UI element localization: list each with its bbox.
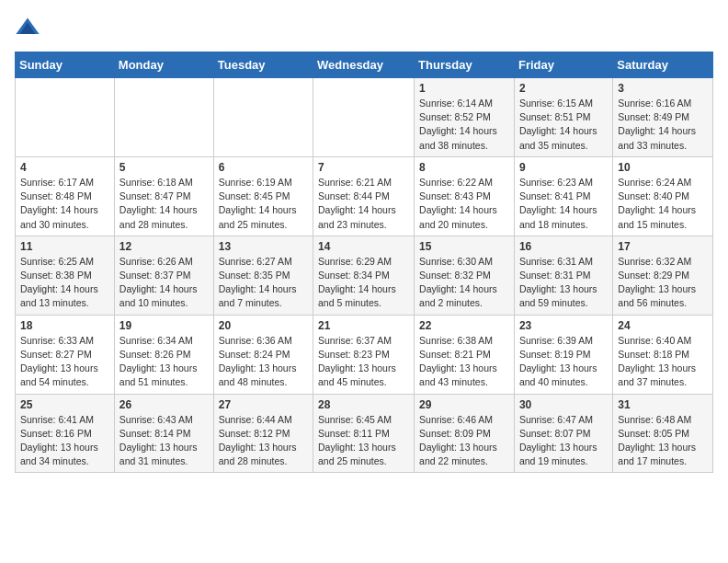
day-info: Sunrise: 6:19 AM Sunset: 8:45 PM Dayligh…	[219, 176, 308, 232]
calendar-day-cell	[114, 78, 213, 157]
day-info: Sunrise: 6:22 AM Sunset: 8:43 PM Dayligh…	[419, 176, 509, 232]
day-of-week-header: Thursday	[415, 52, 515, 78]
day-number: 20	[219, 319, 308, 332]
day-number: 10	[618, 161, 708, 174]
day-of-week-header: Sunday	[16, 52, 115, 78]
day-info: Sunrise: 6:18 AM Sunset: 8:47 PM Dayligh…	[119, 176, 209, 232]
day-info: Sunrise: 6:40 AM Sunset: 8:18 PM Dayligh…	[618, 334, 708, 390]
day-info: Sunrise: 6:16 AM Sunset: 8:49 PM Dayligh…	[618, 97, 708, 153]
day-info: Sunrise: 6:26 AM Sunset: 8:37 PM Dayligh…	[119, 255, 209, 311]
day-number: 11	[20, 240, 109, 253]
calendar-week-row: 1Sunrise: 6:14 AM Sunset: 8:52 PM Daylig…	[16, 78, 713, 157]
calendar-day-cell: 17Sunrise: 6:32 AM Sunset: 8:29 PM Dayli…	[613, 236, 713, 315]
calendar-day-cell: 24Sunrise: 6:40 AM Sunset: 8:18 PM Dayli…	[613, 315, 713, 394]
day-info: Sunrise: 6:48 AM Sunset: 8:05 PM Dayligh…	[618, 413, 708, 469]
calendar-day-cell: 28Sunrise: 6:45 AM Sunset: 8:11 PM Dayli…	[313, 394, 415, 473]
day-number: 8	[419, 161, 509, 174]
calendar-day-cell: 19Sunrise: 6:34 AM Sunset: 8:26 PM Dayli…	[114, 315, 213, 394]
calendar-week-row: 18Sunrise: 6:33 AM Sunset: 8:27 PM Dayli…	[16, 315, 713, 394]
day-info: Sunrise: 6:34 AM Sunset: 8:26 PM Dayligh…	[119, 334, 209, 390]
day-number: 13	[219, 240, 308, 253]
day-of-week-header: Friday	[514, 52, 612, 78]
calendar-day-cell: 26Sunrise: 6:43 AM Sunset: 8:14 PM Dayli…	[114, 394, 213, 473]
calendar-day-cell: 15Sunrise: 6:30 AM Sunset: 8:32 PM Dayli…	[415, 236, 515, 315]
day-number: 22	[419, 319, 509, 332]
day-info: Sunrise: 6:24 AM Sunset: 8:40 PM Dayligh…	[618, 176, 708, 232]
day-of-week-header: Monday	[114, 52, 213, 78]
day-number: 6	[219, 161, 308, 174]
day-number: 14	[318, 240, 409, 253]
day-info: Sunrise: 6:36 AM Sunset: 8:24 PM Dayligh…	[219, 334, 308, 390]
calendar-table: SundayMondayTuesdayWednesdayThursdayFrid…	[15, 52, 713, 473]
calendar-day-cell: 7Sunrise: 6:21 AM Sunset: 8:44 PM Daylig…	[313, 156, 415, 236]
page-header	[15, 15, 713, 40]
calendar-week-row: 25Sunrise: 6:41 AM Sunset: 8:16 PM Dayli…	[16, 394, 713, 473]
day-number: 18	[20, 319, 109, 332]
day-number: 24	[618, 319, 708, 332]
day-number: 25	[20, 398, 109, 411]
day-number: 17	[618, 240, 708, 253]
day-number: 9	[519, 161, 608, 174]
day-info: Sunrise: 6:15 AM Sunset: 8:51 PM Dayligh…	[519, 97, 608, 153]
calendar-day-cell: 30Sunrise: 6:47 AM Sunset: 8:07 PM Dayli…	[514, 394, 612, 473]
day-number: 1	[419, 82, 509, 95]
day-info: Sunrise: 6:44 AM Sunset: 8:12 PM Dayligh…	[219, 413, 308, 469]
calendar-day-cell: 6Sunrise: 6:19 AM Sunset: 8:45 PM Daylig…	[213, 156, 313, 236]
day-info: Sunrise: 6:33 AM Sunset: 8:27 PM Dayligh…	[20, 334, 109, 390]
day-number: 16	[519, 240, 608, 253]
day-info: Sunrise: 6:30 AM Sunset: 8:32 PM Dayligh…	[419, 255, 509, 311]
logo	[15, 15, 44, 40]
calendar-day-cell: 21Sunrise: 6:37 AM Sunset: 8:23 PM Dayli…	[313, 315, 415, 394]
calendar-day-cell: 8Sunrise: 6:22 AM Sunset: 8:43 PM Daylig…	[415, 156, 515, 236]
calendar-day-cell: 29Sunrise: 6:46 AM Sunset: 8:09 PM Dayli…	[415, 394, 515, 473]
calendar-day-cell: 14Sunrise: 6:29 AM Sunset: 8:34 PM Dayli…	[313, 236, 415, 315]
day-info: Sunrise: 6:43 AM Sunset: 8:14 PM Dayligh…	[119, 413, 209, 469]
day-number: 23	[519, 319, 608, 332]
day-number: 27	[219, 398, 308, 411]
day-info: Sunrise: 6:45 AM Sunset: 8:11 PM Dayligh…	[318, 413, 409, 469]
day-number: 31	[618, 398, 708, 411]
day-info: Sunrise: 6:29 AM Sunset: 8:34 PM Dayligh…	[318, 255, 409, 311]
day-number: 15	[419, 240, 509, 253]
day-number: 21	[318, 319, 409, 332]
day-number: 29	[419, 398, 509, 411]
day-info: Sunrise: 6:23 AM Sunset: 8:41 PM Dayligh…	[519, 176, 608, 232]
calendar-day-cell: 1Sunrise: 6:14 AM Sunset: 8:52 PM Daylig…	[415, 78, 515, 157]
day-info: Sunrise: 6:32 AM Sunset: 8:29 PM Dayligh…	[618, 255, 708, 311]
calendar-day-cell: 4Sunrise: 6:17 AM Sunset: 8:48 PM Daylig…	[16, 156, 115, 236]
calendar-day-cell: 18Sunrise: 6:33 AM Sunset: 8:27 PM Dayli…	[16, 315, 115, 394]
day-info: Sunrise: 6:14 AM Sunset: 8:52 PM Dayligh…	[419, 97, 509, 153]
day-info: Sunrise: 6:31 AM Sunset: 8:31 PM Dayligh…	[519, 255, 608, 311]
calendar-day-cell	[16, 78, 115, 157]
day-number: 12	[119, 240, 209, 253]
calendar-day-cell: 20Sunrise: 6:36 AM Sunset: 8:24 PM Dayli…	[213, 315, 313, 394]
day-of-week-header: Saturday	[613, 52, 713, 78]
day-info: Sunrise: 6:47 AM Sunset: 8:07 PM Dayligh…	[519, 413, 608, 469]
day-number: 4	[20, 161, 109, 174]
day-of-week-header: Tuesday	[213, 52, 313, 78]
calendar-day-cell: 31Sunrise: 6:48 AM Sunset: 8:05 PM Dayli…	[613, 394, 713, 473]
calendar-day-cell: 10Sunrise: 6:24 AM Sunset: 8:40 PM Dayli…	[613, 156, 713, 236]
day-number: 28	[318, 398, 409, 411]
calendar-week-row: 4Sunrise: 6:17 AM Sunset: 8:48 PM Daylig…	[16, 156, 713, 236]
logo-icon	[15, 15, 40, 40]
day-info: Sunrise: 6:46 AM Sunset: 8:09 PM Dayligh…	[419, 413, 509, 469]
calendar-day-cell: 16Sunrise: 6:31 AM Sunset: 8:31 PM Dayli…	[514, 236, 612, 315]
calendar-header-row: SundayMondayTuesdayWednesdayThursdayFrid…	[16, 52, 713, 78]
day-number: 5	[119, 161, 209, 174]
calendar-day-cell: 5Sunrise: 6:18 AM Sunset: 8:47 PM Daylig…	[114, 156, 213, 236]
day-info: Sunrise: 6:25 AM Sunset: 8:38 PM Dayligh…	[20, 255, 109, 311]
day-of-week-header: Wednesday	[313, 52, 415, 78]
calendar-day-cell: 25Sunrise: 6:41 AM Sunset: 8:16 PM Dayli…	[16, 394, 115, 473]
calendar-day-cell: 22Sunrise: 6:38 AM Sunset: 8:21 PM Dayli…	[415, 315, 515, 394]
calendar-day-cell: 13Sunrise: 6:27 AM Sunset: 8:35 PM Dayli…	[213, 236, 313, 315]
day-info: Sunrise: 6:27 AM Sunset: 8:35 PM Dayligh…	[219, 255, 308, 311]
calendar-day-cell: 2Sunrise: 6:15 AM Sunset: 8:51 PM Daylig…	[514, 78, 612, 157]
day-info: Sunrise: 6:41 AM Sunset: 8:16 PM Dayligh…	[20, 413, 109, 469]
day-info: Sunrise: 6:17 AM Sunset: 8:48 PM Dayligh…	[20, 176, 109, 232]
day-info: Sunrise: 6:38 AM Sunset: 8:21 PM Dayligh…	[419, 334, 509, 390]
calendar-day-cell: 11Sunrise: 6:25 AM Sunset: 8:38 PM Dayli…	[16, 236, 115, 315]
day-number: 3	[618, 82, 708, 95]
calendar-day-cell: 23Sunrise: 6:39 AM Sunset: 8:19 PM Dayli…	[514, 315, 612, 394]
day-number: 26	[119, 398, 209, 411]
